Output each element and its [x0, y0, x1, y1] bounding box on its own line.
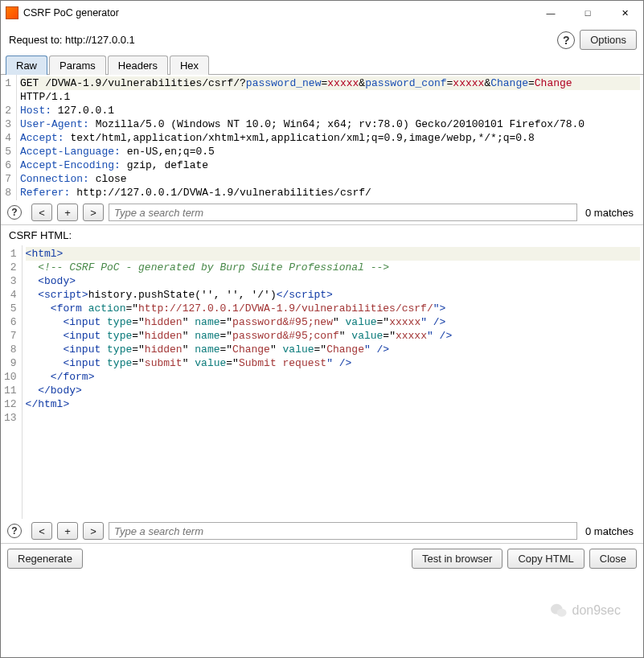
minimize-button[interactable]: —	[532, 1, 569, 25]
csrf-code[interactable]: <html> <!-- CSRF PoC - generated by Burp…	[23, 245, 643, 519]
search-prev-button[interactable]: <	[31, 204, 52, 221]
search-input[interactable]	[109, 522, 577, 540]
window-controls: — □ ✕	[532, 1, 643, 25]
search-input[interactable]	[109, 204, 577, 221]
svg-point-1	[556, 609, 566, 617]
search-add-button[interactable]: +	[57, 522, 78, 540]
csrf-gutter: 12345678910111213	[1, 245, 23, 519]
search-matches-label: 0 matches	[582, 525, 637, 537]
request-code[interactable]: GET /DVWA-1.9/vulnerabilities/csrf/?pass…	[17, 75, 643, 200]
request-tabs: Raw Params Headers Hex	[1, 55, 643, 75]
request-editor[interactable]: 1 23456789 GET /DVWA-1.9/vulnerabilities…	[1, 75, 643, 200]
regenerate-button[interactable]: Regenerate	[7, 549, 83, 569]
watermark-text: don9sec	[572, 603, 621, 618]
request-bar: Request to: http://127.0.0.1 ? Options	[1, 25, 643, 55]
window-title: CSRF PoC generator	[23, 7, 532, 19]
request-to-label: Request to: http://127.0.0.1	[9, 34, 552, 46]
watermark: don9sec	[550, 602, 621, 619]
wechat-icon	[550, 602, 568, 619]
titlebar: CSRF PoC generator — □ ✕	[1, 1, 643, 25]
svg-point-0	[551, 604, 563, 615]
search-next-button[interactable]: >	[83, 204, 104, 221]
search-prev-button[interactable]: <	[31, 522, 52, 540]
csrf-html-label: CSRF HTML:	[1, 225, 643, 245]
close-window-button[interactable]: ✕	[606, 1, 643, 25]
help-icon[interactable]: ?	[7, 524, 22, 538]
tab-raw[interactable]: Raw	[6, 56, 47, 75]
app-icon	[6, 6, 18, 19]
bottom-button-bar: Regenerate Test in browser Copy HTML Clo…	[1, 544, 643, 575]
tab-params[interactable]: Params	[49, 56, 106, 75]
search-bar-request: ? < + > 0 matches	[1, 200, 643, 224]
maximize-button[interactable]: □	[569, 1, 606, 25]
csrf-html-editor[interactable]: 12345678910111213 <html> <!-- CSRF PoC -…	[1, 245, 643, 519]
tab-hex[interactable]: Hex	[170, 56, 209, 75]
help-icon[interactable]: ?	[7, 205, 22, 220]
search-bar-csrf: ? < + > 0 matches	[1, 519, 643, 543]
tab-headers[interactable]: Headers	[108, 56, 168, 75]
test-in-browser-button[interactable]: Test in browser	[412, 549, 502, 569]
request-gutter: 1 23456789	[1, 75, 17, 200]
options-button[interactable]: Options	[580, 30, 637, 50]
search-next-button[interactable]: >	[83, 522, 104, 540]
search-matches-label: 0 matches	[582, 207, 637, 219]
close-button[interactable]: Close	[589, 549, 637, 569]
help-icon[interactable]: ?	[557, 31, 575, 49]
copy-html-button[interactable]: Copy HTML	[507, 549, 584, 569]
search-add-button[interactable]: +	[57, 204, 78, 221]
